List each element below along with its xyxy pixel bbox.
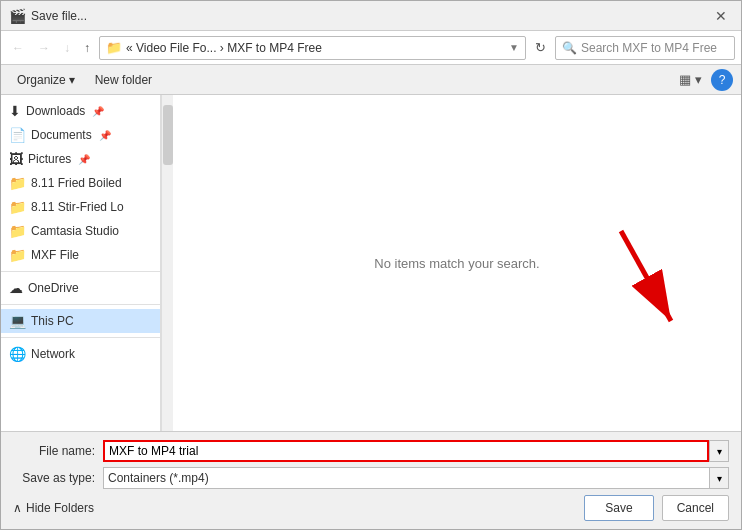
scrollbar-thumb	[163, 105, 173, 165]
pin-icon: 📌	[99, 130, 111, 141]
folder-icon: 📁	[9, 199, 26, 215]
organize-label: Organize	[17, 73, 66, 87]
sidebar-item-label: MXF File	[31, 248, 79, 262]
pin-icon: 📌	[78, 154, 90, 165]
window-title: Save file...	[31, 9, 87, 23]
sidebar-item-label: Documents	[31, 128, 92, 142]
address-path: « Video File Fo... › MXF to MP4 Free	[126, 41, 322, 55]
hide-folders-arrow: ∧	[13, 501, 22, 515]
search-box[interactable]: 🔍 Search MXF to MP4 Free	[555, 36, 735, 60]
folder-icon: 📁	[9, 175, 26, 191]
divider	[1, 271, 160, 272]
toolbar: Organize ▾ New folder ▦ ▾ ?	[1, 65, 741, 95]
bottom-actions: ∧ Hide Folders Save Cancel	[13, 495, 729, 521]
sidebar-item-downloads[interactable]: ⬇ Downloads 📌	[1, 99, 160, 123]
organize-arrow-icon: ▾	[69, 73, 75, 87]
title-bar: 🎬 Save file... ✕	[1, 1, 741, 31]
sidebar-scrollbar[interactable]	[161, 95, 173, 431]
sidebar-item-label: 8.11 Stir-Fried Lo	[31, 200, 124, 214]
search-icon: 🔍	[562, 41, 577, 55]
address-dropdown-icon: ▼	[509, 42, 519, 53]
save-dialog: 🎬 Save file... ✕ ← → ↓ ↑ 📁 « Video File …	[0, 0, 742, 530]
filename-row: File name: ▾	[13, 440, 729, 462]
divider	[1, 304, 160, 305]
empty-message: No items match your search.	[374, 256, 539, 271]
cancel-button[interactable]: Cancel	[662, 495, 729, 521]
downloads-icon: ⬇	[9, 103, 21, 119]
filename-input[interactable]	[103, 440, 709, 462]
sidebar-item-fried-boiled[interactable]: 📁 8.11 Fried Boiled	[1, 171, 160, 195]
up-button[interactable]: ↑	[79, 39, 95, 57]
filename-dropdown-button[interactable]: ▾	[709, 440, 729, 462]
address-folder-icon: 📁	[106, 40, 122, 55]
search-placeholder: Search MXF to MP4 Free	[581, 41, 717, 55]
hide-folders-label: Hide Folders	[26, 501, 94, 515]
sidebar-item-stir-fried[interactable]: 📁 8.11 Stir-Fried Lo	[1, 195, 160, 219]
savetype-label: Save as type:	[13, 471, 103, 485]
save-button[interactable]: Save	[584, 495, 653, 521]
refresh-button[interactable]: ↻	[530, 38, 551, 57]
close-button[interactable]: ✕	[709, 6, 733, 26]
sidebar-item-label: OneDrive	[28, 281, 79, 295]
savetype-row: Save as type: ▾	[13, 467, 729, 489]
hide-folders-button[interactable]: ∧ Hide Folders	[13, 501, 94, 515]
filename-label: File name:	[13, 444, 103, 458]
red-arrow-overlay	[591, 221, 711, 351]
nav-bar: ← → ↓ ↑ 📁 « Video File Fo... › MXF to MP…	[1, 31, 741, 65]
sidebar-item-pictures[interactable]: 🖼 Pictures 📌	[1, 147, 160, 171]
onedrive-icon: ☁	[9, 280, 23, 296]
help-button[interactable]: ?	[711, 69, 733, 91]
main-area: ⬇ Downloads 📌 📄 Documents 📌 🖼 Pictures 📌…	[1, 95, 741, 431]
sidebar-item-label: Camtasia Studio	[31, 224, 119, 238]
recent-button[interactable]: ↓	[59, 39, 75, 57]
sidebar-item-label: This PC	[31, 314, 74, 328]
sidebar-item-label: Network	[31, 347, 75, 361]
pictures-icon: 🖼	[9, 151, 23, 167]
sidebar-item-mxf-file[interactable]: 📁 MXF File	[1, 243, 160, 267]
svg-line-1	[621, 231, 671, 321]
view-icon: ▦	[679, 72, 691, 87]
folder-icon: 📁	[9, 223, 26, 239]
action-buttons: Save Cancel	[584, 495, 729, 521]
this-pc-icon: 💻	[9, 313, 26, 329]
address-bar[interactable]: 📁 « Video File Fo... › MXF to MP4 Free ▼	[99, 36, 526, 60]
sidebar-item-network[interactable]: 🌐 Network	[1, 342, 160, 366]
bottom-bar: File name: ▾ Save as type: ▾ ∧ Hide Fold…	[1, 431, 741, 529]
new-folder-label: New folder	[95, 73, 152, 87]
pin-icon: 📌	[92, 106, 104, 117]
sidebar-item-label: 8.11 Fried Boiled	[31, 176, 122, 190]
network-icon: 🌐	[9, 346, 26, 362]
sidebar: ⬇ Downloads 📌 📄 Documents 📌 🖼 Pictures 📌…	[1, 95, 161, 431]
content-area: No items match your search.	[173, 95, 741, 431]
divider	[1, 337, 160, 338]
savetype-input[interactable]	[103, 467, 709, 489]
app-icon: 🎬	[9, 8, 25, 24]
new-folder-button[interactable]: New folder	[87, 70, 160, 90]
sidebar-item-this-pc[interactable]: 💻 This PC	[1, 309, 160, 333]
sidebar-item-label: Downloads	[26, 104, 85, 118]
help-label: ?	[719, 73, 726, 87]
forward-button[interactable]: →	[33, 39, 55, 57]
savetype-dropdown-button[interactable]: ▾	[709, 467, 729, 489]
back-button[interactable]: ←	[7, 39, 29, 57]
documents-icon: 📄	[9, 127, 26, 143]
sidebar-item-onedrive[interactable]: ☁ OneDrive	[1, 276, 160, 300]
sidebar-item-camtasia[interactable]: 📁 Camtasia Studio	[1, 219, 160, 243]
organize-button[interactable]: Organize ▾	[9, 70, 83, 90]
sidebar-item-label: Pictures	[28, 152, 71, 166]
view-arrow-icon: ▾	[695, 72, 702, 87]
view-button[interactable]: ▦ ▾	[674, 70, 707, 89]
folder-icon: 📁	[9, 247, 26, 263]
sidebar-item-documents[interactable]: 📄 Documents 📌	[1, 123, 160, 147]
